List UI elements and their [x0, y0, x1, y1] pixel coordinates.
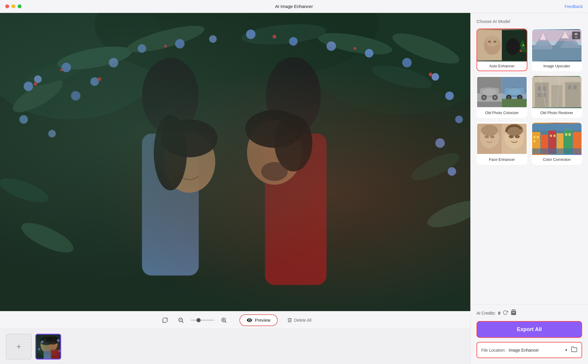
thumb-image-svg [36, 335, 61, 360]
delete-all-button[interactable]: Delete All [287, 318, 312, 323]
svg-point-17 [34, 76, 42, 83]
cart-button[interactable] [510, 309, 517, 317]
main-content: Preview Delete All + [0, 13, 588, 364]
svg-point-33 [445, 91, 454, 100]
title-bar: AI Image Enhancer Feedback [0, 0, 588, 13]
svg-point-81 [488, 41, 491, 43]
svg-point-115 [507, 96, 510, 99]
svg-point-16 [24, 82, 33, 91]
svg-point-53 [154, 115, 187, 190]
toolbar: Preview Delete All [0, 311, 470, 329]
ai-credits-row: AI Credits: 0 [477, 309, 582, 317]
svg-rect-122 [551, 85, 562, 107]
svg-point-18 [61, 63, 71, 72]
maximize-button[interactable] [18, 4, 21, 8]
open-folder-button[interactable] [571, 346, 577, 354]
svg-point-12 [0, 173, 51, 207]
svg-point-15 [424, 196, 470, 233]
svg-point-28 [289, 37, 298, 46]
svg-point-73 [38, 348, 40, 350]
close-button[interactable] [5, 4, 9, 8]
svg-point-20 [48, 130, 56, 138]
zoom-in-icon [221, 317, 227, 323]
svg-rect-119 [502, 99, 527, 107]
model-card-old-photo-restorer[interactable]: Old Photo Restorer [532, 75, 582, 118]
filmstrip-thumbnail-1[interactable] [35, 334, 61, 360]
zoom-slider[interactable] [191, 320, 214, 321]
refresh-credits-button[interactable] [503, 310, 508, 316]
svg-point-44 [142, 58, 199, 133]
svg-rect-123 [565, 81, 580, 107]
model-card-color-correction[interactable]: Color Correction [532, 122, 582, 165]
svg-point-82 [493, 41, 497, 43]
svg-point-72 [57, 339, 60, 342]
zoom-out-button[interactable] [175, 315, 187, 325]
svg-point-6 [56, 42, 134, 74]
zoom-slider-container [191, 320, 214, 321]
file-location-row: File Location: Image Enhancer Desktop Do… [477, 342, 582, 358]
filmstrip: + [0, 329, 470, 364]
svg-point-10 [241, 21, 327, 47]
svg-text:8k: 8k [574, 33, 578, 36]
model-label-color-correction: Color Correction [532, 155, 582, 164]
svg-point-78 [486, 36, 498, 46]
svg-point-46 [144, 70, 196, 131]
svg-rect-154 [554, 135, 556, 137]
svg-point-50 [163, 131, 215, 193]
svg-point-117 [518, 96, 521, 99]
svg-rect-64 [36, 335, 61, 360]
svg-point-88 [522, 44, 524, 46]
model-label-image-upscaler: Image Upscaler [532, 61, 582, 71]
svg-rect-125 [542, 86, 546, 91]
crop-button[interactable] [159, 315, 171, 325]
model-card-image-upscaler[interactable]: 8k 2k Image Upscaler [532, 29, 582, 71]
eye-icon [246, 317, 252, 323]
add-image-button[interactable]: + [6, 334, 32, 360]
svg-rect-151 [537, 136, 539, 138]
svg-point-38 [60, 68, 63, 71]
svg-rect-109 [480, 88, 499, 95]
svg-point-40 [164, 45, 167, 48]
ai-model-section: Choose AI Model [471, 13, 588, 304]
left-panel: Preview Delete All + [0, 13, 470, 364]
traffic-lights [5, 4, 21, 8]
color-correction-svg [532, 123, 582, 155]
svg-point-106 [483, 96, 485, 99]
svg-point-23 [109, 58, 118, 67]
model-card-old-photo-colorizer[interactable]: Old Photo Colorizer [477, 75, 527, 118]
preview-button[interactable]: Preview [239, 314, 277, 326]
svg-point-21 [71, 91, 80, 101]
cart-icon [510, 309, 517, 315]
svg-point-66 [47, 336, 58, 350]
feedback-link[interactable]: Feedback [565, 4, 583, 9]
zoom-in-button[interactable] [218, 315, 230, 325]
svg-rect-152 [533, 140, 535, 142]
svg-point-2 [298, 13, 470, 115]
svg-point-54 [245, 110, 304, 148]
folder-icon [571, 346, 577, 353]
model-card-face-enhancer[interactable]: Face Enhancer [477, 122, 527, 165]
model-thumb-image-upscaler: 8k 2k [532, 29, 582, 61]
svg-point-47 [266, 57, 321, 135]
svg-line-63 [225, 321, 226, 323]
ai-credits-count: 0 [498, 311, 500, 315]
model-grid: Auto Enhancer [477, 29, 582, 165]
model-card-auto-enhancer[interactable]: Auto Enhancer [477, 29, 527, 71]
minimize-button[interactable] [11, 4, 15, 8]
svg-point-70 [46, 336, 59, 345]
export-all-button[interactable]: Export All [477, 321, 582, 338]
ai-credits-label: AI Credits: [477, 311, 496, 315]
zoom-out-icon [178, 317, 184, 323]
couple-photo-svg [0, 13, 470, 311]
svg-rect-124 [537, 86, 541, 91]
svg-rect-129 [573, 85, 577, 89]
svg-point-74 [59, 350, 61, 352]
svg-point-1 [0, 13, 166, 119]
svg-point-5 [23, 53, 91, 91]
svg-point-14 [408, 148, 463, 185]
file-location-select[interactable]: Image Enhancer Desktop Documents Downloa… [509, 348, 562, 353]
svg-rect-121 [535, 82, 549, 107]
model-label-old-photo-colorizer: Old Photo Colorizer [477, 108, 527, 117]
svg-rect-127 [542, 93, 546, 97]
dropdown-arrow-icon: ▼ [564, 348, 568, 352]
